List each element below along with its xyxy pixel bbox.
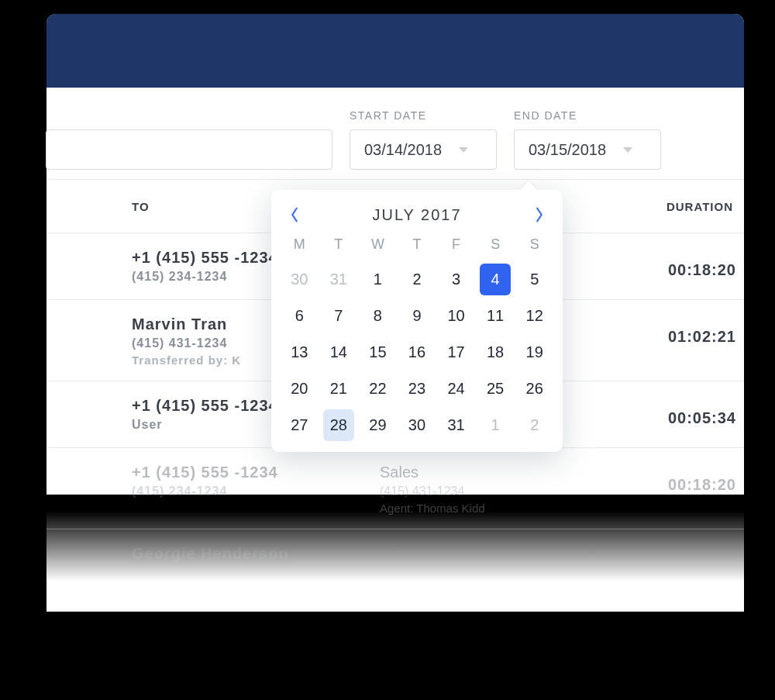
calendar-day[interactable]: 2 bbox=[519, 409, 550, 441]
calendar-day[interactable]: 1 bbox=[480, 409, 511, 441]
calendar-title: JULY 2017 bbox=[372, 206, 461, 224]
calendar-weekday: F bbox=[437, 232, 475, 259]
calendar-day[interactable]: 24 bbox=[441, 373, 472, 405]
calendar-day[interactable]: 9 bbox=[401, 300, 432, 332]
start-date-group: START DATE 03/14/2018 bbox=[350, 109, 497, 170]
end-date-value: 03/15/2018 bbox=[529, 141, 606, 159]
calendar-day[interactable]: 27 bbox=[284, 409, 315, 441]
calendar-day[interactable]: 11 bbox=[480, 300, 511, 332]
calendar-day[interactable]: 28 bbox=[323, 409, 354, 441]
search-input[interactable] bbox=[46, 129, 332, 170]
header-bar bbox=[46, 14, 744, 88]
row-primary: Georgie Henderson bbox=[132, 545, 380, 563]
row-duration: 00:18:20 bbox=[628, 249, 736, 279]
calendar-day[interactable]: 1 bbox=[362, 264, 393, 295]
calendar-day[interactable]: 6 bbox=[284, 300, 315, 332]
row-duration: 01:02:21 bbox=[628, 316, 736, 346]
row-mid-secondary: (415) 431-1234 bbox=[380, 484, 628, 498]
calendar-day[interactable]: 8 bbox=[362, 300, 393, 332]
calendar-day[interactable]: 14 bbox=[323, 336, 354, 368]
calendar-day[interactable]: 19 bbox=[519, 336, 550, 368]
phone-incoming-icon bbox=[62, 319, 82, 339]
calendar-prev-button[interactable] bbox=[285, 205, 304, 224]
calendar-weekday: M bbox=[281, 232, 319, 259]
calendar-day[interactable]: 26 bbox=[519, 373, 550, 405]
calendar-day[interactable]: 18 bbox=[480, 336, 511, 368]
start-date-select[interactable]: 03/14/2018 bbox=[350, 129, 497, 170]
phone-outgoing-icon bbox=[62, 467, 82, 487]
calendar-day[interactable]: 30 bbox=[284, 264, 315, 295]
phone-outgoing-icon bbox=[62, 252, 82, 272]
start-date-value: 03/14/2018 bbox=[364, 141, 442, 159]
calendar-weekday: S bbox=[477, 232, 515, 259]
row-primary: +1 (415) 555 -1234 bbox=[132, 464, 380, 481]
row-mid-primary: Sales bbox=[380, 464, 628, 481]
row-duration bbox=[628, 545, 736, 557]
calendar-day[interactable]: 4 bbox=[480, 264, 511, 295]
calendar-day[interactable]: 5 bbox=[519, 264, 550, 295]
phone-incoming-icon bbox=[62, 400, 82, 420]
row-secondary: (415) 234-1234 bbox=[132, 484, 380, 498]
table-row[interactable]: Georgie Henderson bbox=[46, 529, 744, 596]
calendar-day[interactable]: 31 bbox=[441, 409, 472, 441]
calendar-weekday: T bbox=[320, 232, 358, 259]
calendar-day[interactable]: 2 bbox=[401, 264, 432, 295]
row-mid-tertiary: Agent: Thomas Kidd bbox=[380, 502, 628, 515]
calendar-day[interactable]: 21 bbox=[323, 373, 354, 405]
calendar-day[interactable]: 22 bbox=[362, 373, 393, 405]
calendar-day[interactable]: 29 bbox=[362, 409, 393, 441]
row-duration: 00:18:20 bbox=[628, 464, 736, 494]
calendar-day[interactable]: 17 bbox=[441, 336, 472, 368]
calendar-day[interactable]: 30 bbox=[401, 409, 432, 441]
calendar-day[interactable]: 16 bbox=[401, 336, 432, 368]
calendar-day[interactable]: 31 bbox=[323, 264, 354, 295]
calendar-day[interactable]: 23 bbox=[401, 373, 432, 405]
calendar-day[interactable]: 12 bbox=[519, 300, 550, 332]
calendar-weekday: W bbox=[359, 232, 397, 259]
calendar-weekday: T bbox=[398, 232, 436, 259]
row-duration: 00:05:34 bbox=[628, 397, 736, 427]
calendar-weekday: S bbox=[515, 232, 553, 259]
end-date-select[interactable]: 03/15/2018 bbox=[514, 129, 661, 170]
calendar-day[interactable]: 3 bbox=[441, 264, 472, 295]
calendar-day[interactable]: 7 bbox=[323, 300, 354, 332]
calendar-popover: JULY 2017 MTWTFSS30311234567891011121314… bbox=[271, 190, 563, 452]
table-row[interactable]: +1 (415) 555 -1234(415) 234-1234Sales(41… bbox=[46, 448, 744, 529]
calendar-day[interactable]: 10 bbox=[441, 300, 472, 332]
calendar-day[interactable]: 25 bbox=[480, 373, 511, 405]
calendar-next-button[interactable] bbox=[530, 205, 549, 224]
column-duration: DURATION bbox=[628, 200, 736, 213]
caret-down-icon bbox=[623, 147, 632, 153]
filters-row: START DATE 03/14/2018 END DATE 03/15/201… bbox=[46, 88, 744, 179]
end-date-group: END DATE 03/15/2018 bbox=[514, 109, 661, 170]
calendar-day[interactable]: 20 bbox=[284, 373, 315, 405]
caret-down-icon bbox=[459, 147, 468, 153]
end-date-label: END DATE bbox=[514, 109, 661, 122]
calendar-day[interactable]: 13 bbox=[284, 336, 315, 368]
calendar-day[interactable]: 15 bbox=[362, 336, 393, 368]
start-date-label: START DATE bbox=[350, 109, 497, 122]
